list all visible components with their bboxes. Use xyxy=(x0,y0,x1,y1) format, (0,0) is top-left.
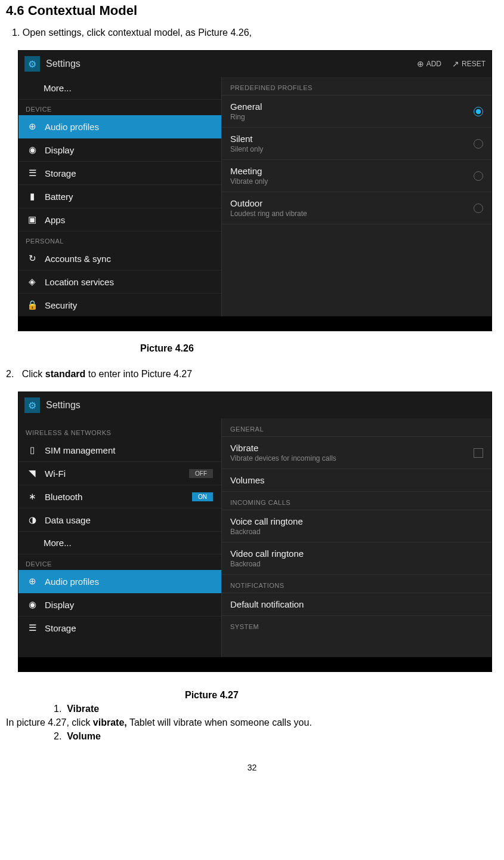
body-pre: In picture 4.27, click xyxy=(6,717,93,728)
sidebar-storage-2[interactable]: ☰ Storage xyxy=(18,617,221,639)
vibrate-checkbox[interactable] xyxy=(474,448,483,458)
panel-header-notif: NOTIFICATIONS xyxy=(222,575,491,593)
lock-icon: 🔒 xyxy=(27,300,38,310)
volume-label: Volume xyxy=(67,731,101,741)
panel-header: PREDEFINED PROFILES xyxy=(222,77,491,95)
display-icon: ◉ xyxy=(27,144,38,155)
content-area-2: WIRELESS & NETWORKS ▯ SIM management ◥ W… xyxy=(18,418,491,657)
add-label: ADD xyxy=(426,60,441,68)
sidebar-more[interactable]: More... xyxy=(18,77,221,100)
sidebar-header-device-2: DEVICE xyxy=(18,554,221,570)
storage-label-2: Storage xyxy=(45,623,76,633)
panel-header-general: GENERAL xyxy=(222,418,491,437)
nav-bar xyxy=(18,316,491,331)
titlebar: ⚙ Settings ⊕ ADD ↗ RESET xyxy=(18,51,491,77)
sidebar-bluetooth[interactable]: ∗ Bluetooth ON xyxy=(18,485,221,508)
apps-icon: ▣ xyxy=(27,214,38,225)
sidebar-battery[interactable]: ▮ Battery xyxy=(18,185,221,208)
reset-button[interactable]: ↗ RESET xyxy=(452,59,486,69)
settings-app-icon-2: ⚙ xyxy=(24,397,40,413)
profile-meeting[interactable]: Meeting Vibrate only xyxy=(222,160,491,192)
vibrate-title: Vibrate xyxy=(230,443,336,453)
add-button[interactable]: ⊕ ADD xyxy=(417,59,441,69)
panel-vibrate[interactable]: Vibrate Vibrate devices for incoming cal… xyxy=(222,437,491,469)
sidebar-display[interactable]: ◉ Display xyxy=(18,138,221,162)
caption-2: Picture 4.27 xyxy=(185,690,498,701)
accounts-label: Accounts & sync xyxy=(45,254,111,264)
content-area: More... DEVICE ⊕ Audio profiles ◉ Displa… xyxy=(18,77,491,316)
battery-icon: ▮ xyxy=(27,191,38,202)
profile-general[interactable]: General Ring xyxy=(222,95,491,128)
sim-icon: ▯ xyxy=(27,445,38,455)
radio-meeting[interactable] xyxy=(474,171,483,181)
sidebar-data-usage[interactable]: ◑ Data usage xyxy=(18,508,221,532)
sidebar-accounts[interactable]: ↻ Accounts & sync xyxy=(18,247,221,270)
main-panel: PREDEFINED PROFILES General Ring Silent … xyxy=(222,77,491,316)
sidebar-display-2[interactable]: ◉ Display xyxy=(18,593,221,617)
sidebar-location[interactable]: ◈ Location services xyxy=(18,270,221,294)
silent-sub: Silent only xyxy=(230,145,263,153)
sidebar-header-device: DEVICE xyxy=(18,100,221,115)
sub-list-2: 2. Volume xyxy=(54,731,498,742)
sidebar-sim[interactable]: ▯ SIM management xyxy=(18,439,221,462)
sidebar-storage[interactable]: ☰ Storage xyxy=(18,162,221,185)
sync-icon: ↻ xyxy=(27,253,38,264)
radio-general[interactable] xyxy=(474,107,483,116)
sidebar-wifi[interactable]: ◥ Wi-Fi OFF xyxy=(18,462,221,485)
data-icon: ◑ xyxy=(27,514,38,525)
sliders-icon: ⚙ xyxy=(28,58,36,70)
profile-outdoor[interactable]: Outdoor Loudest ring and vibrate xyxy=(222,192,491,224)
storage-icon-2: ☰ xyxy=(27,622,38,633)
bt-toggle[interactable]: ON xyxy=(192,492,213,501)
sublist-1: 1. Vibrate xyxy=(54,704,498,714)
meeting-sub: Vibrate only xyxy=(230,177,268,186)
display-icon-2: ◉ xyxy=(27,599,38,610)
audio-label: Audio profiles xyxy=(45,122,99,132)
meeting-title: Meeting xyxy=(230,166,268,176)
sidebar-audio-profiles[interactable]: ⊕ Audio profiles xyxy=(18,115,221,138)
instruction-1: 1. Open settings, click contextual model… xyxy=(12,27,498,38)
panel-voice-ringtone[interactable]: Voice call ringtone Backroad xyxy=(222,510,491,542)
volumes-title: Volumes xyxy=(230,475,265,485)
sidebar-apps[interactable]: ▣ Apps xyxy=(18,208,221,232)
voice-title: Voice call ringtone xyxy=(230,516,303,526)
panel-volumes[interactable]: Volumes xyxy=(222,469,491,492)
security-label: Security xyxy=(45,300,77,310)
radio-outdoor[interactable] xyxy=(474,204,483,213)
vibrate-label: Vibrate xyxy=(67,704,99,714)
display-label-2: Display xyxy=(45,600,74,610)
section-heading: 4.6 Contextual Model xyxy=(6,3,498,19)
general-sub: Ring xyxy=(230,113,262,121)
n2: 2. xyxy=(54,731,61,741)
audio-icon: ⊕ xyxy=(27,121,38,132)
n1: 1. xyxy=(54,704,61,714)
panel-header-incoming: INCOMING CALLS xyxy=(222,492,491,510)
sidebar: More... DEVICE ⊕ Audio profiles ◉ Displa… xyxy=(18,77,222,316)
bt-label: Bluetooth xyxy=(45,492,82,502)
display-label: Display xyxy=(45,145,74,155)
titlebar-2: ⚙ Settings xyxy=(18,392,491,418)
wifi-toggle[interactable]: OFF xyxy=(189,469,213,478)
panel-header-system: SYSTEM xyxy=(222,616,491,634)
sidebar-audio-2[interactable]: ⊕ Audio profiles xyxy=(18,570,221,593)
panel-default-notif[interactable]: Default notification xyxy=(222,593,491,616)
sidebar-security[interactable]: 🔒 Security xyxy=(18,294,221,316)
plus-icon: ⊕ xyxy=(417,59,424,69)
wifi-icon: ◥ xyxy=(27,468,38,479)
vibrate-sub: Vibrate devices for incoming calls xyxy=(230,454,336,463)
storage-label: Storage xyxy=(45,168,76,178)
radio-silent[interactable] xyxy=(474,139,483,149)
panel-video-ringtone[interactable]: Video call ringtone Backroad xyxy=(222,542,491,575)
screenshot-2: ⚙ Settings WIRELESS & NETWORKS ▯ SIM man… xyxy=(18,392,492,672)
outdoor-sub: Loudest ring and vibrate xyxy=(230,209,307,218)
profile-silent[interactable]: Silent Silent only xyxy=(222,128,491,160)
sidebar-more-2[interactable]: More... xyxy=(18,532,221,554)
sim-label: SIM management xyxy=(45,445,115,455)
audio-label-2: Audio profiles xyxy=(45,577,99,587)
audio-icon-2: ⊕ xyxy=(27,576,38,587)
video-title: Video call ringtone xyxy=(230,548,304,559)
data-label: Data usage xyxy=(45,515,91,525)
settings-app-icon: ⚙ xyxy=(24,56,40,72)
sliders-icon: ⚙ xyxy=(28,400,36,411)
reset-icon: ↗ xyxy=(452,59,459,69)
